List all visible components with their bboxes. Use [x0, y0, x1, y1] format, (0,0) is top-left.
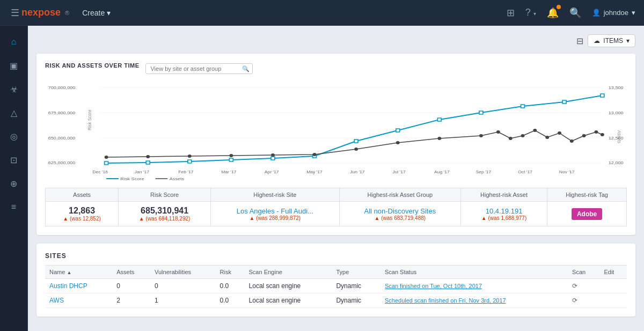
- col-site: Highest-risk Site: [211, 188, 340, 202]
- svg-point-44: [595, 130, 598, 134]
- svg-text:13,500: 13,500: [609, 85, 624, 90]
- svg-text:Assets: Assets: [170, 176, 184, 181]
- chart-title: RISK AND ASSETS OVER TIME: [45, 62, 139, 69]
- sidebar-item-users[interactable]: ◎: [4, 127, 24, 146]
- view-by-input[interactable]: [145, 63, 253, 74]
- svg-rect-23: [521, 105, 525, 108]
- help-chevron: ▾: [533, 11, 536, 17]
- chart-header: RISK AND ASSETS OVER TIME 🔍: [45, 62, 627, 75]
- create-menu[interactable]: Create ▾: [82, 9, 111, 17]
- svg-text:Assets: Assets: [617, 130, 623, 143]
- svg-point-34: [437, 137, 441, 140]
- filter-bar: ⊟ ☁ ITEMS ▾: [36, 34, 635, 47]
- stats-assets-cell: 12,863 (was 12,852): [46, 202, 119, 226]
- chart-svg: 700,000,000 675,000,000 650,000,000 625,…: [45, 79, 627, 181]
- stats-group-cell: All non-Discovery Sites (was 683,719,488…: [339, 202, 460, 226]
- menu-button[interactable]: ☰: [9, 5, 21, 21]
- create-label: Create: [82, 9, 105, 17]
- svg-rect-16: [229, 158, 233, 161]
- items-icon: ☁: [594, 37, 600, 45]
- svg-point-42: [570, 139, 574, 143]
- topnav-right: ⊞ ? ▾ 🔔 🔍 👤 johndoe ▾: [507, 7, 635, 19]
- svg-rect-20: [396, 129, 400, 132]
- sites-col-status: Scan Status: [380, 266, 568, 279]
- sites-col-type: Type: [332, 266, 380, 279]
- site-engine-cell: Local scan engine: [245, 293, 332, 308]
- sites-col-scan: Scan: [568, 266, 599, 279]
- risk-value: 685,310,941: [125, 206, 204, 216]
- site-status-cell: Scheduled scan finished on Fri, Nov 3rd,…: [380, 293, 568, 308]
- svg-point-35: [479, 134, 483, 137]
- highest-risk-asset-link[interactable]: 10.4.19.191: [486, 207, 523, 215]
- scan-icon[interactable]: ⟳: [572, 282, 577, 290]
- notification-icon[interactable]: 🔔: [547, 7, 559, 19]
- sort-icon: ▲: [67, 270, 71, 275]
- site-type-cell: Dynamic: [332, 293, 380, 308]
- svg-text:Dec '16: Dec '16: [92, 170, 108, 174]
- items-button[interactable]: ☁ ITEMS ▾: [588, 34, 635, 47]
- site-name-link[interactable]: Austin DHCP: [49, 282, 87, 290]
- main-area: ⊟ ☁ ITEMS ▾ RISK AND ASSETS OVER TIME 🔍 …: [28, 26, 644, 331]
- sidebar-item-list[interactable]: ≡: [4, 197, 24, 217]
- site-name-cell: Austin DHCP: [45, 279, 112, 293]
- highest-risk-site-link[interactable]: Los Angeles - Full Audi...: [237, 207, 313, 215]
- sidebar-item-network[interactable]: △: [4, 103, 24, 122]
- svg-text:Oct '17: Oct '17: [518, 170, 532, 174]
- sidebar-item-tags[interactable]: ⊕: [4, 174, 24, 193]
- highest-risk-group-link[interactable]: All non-Discovery Sites: [364, 207, 436, 215]
- chart-card: RISK AND ASSETS OVER TIME 🔍 700,000,000 …: [36, 54, 635, 235]
- svg-point-31: [313, 153, 317, 156]
- scan-status-link[interactable]: Scan finished on Tue, Oct 10th, 2017: [385, 283, 482, 289]
- site-risk-cell: 0.0: [216, 279, 245, 293]
- help-icon[interactable]: ? ▾: [525, 7, 536, 18]
- svg-text:Feb '17: Feb '17: [178, 170, 194, 174]
- scan-status-link[interactable]: Scheduled scan finished on Fri, Nov 3rd,…: [385, 297, 506, 304]
- svg-point-27: [146, 155, 150, 158]
- sidebar-item-reports[interactable]: ⊡: [4, 150, 24, 170]
- svg-text:Jul '17: Jul '17: [392, 170, 406, 174]
- group-change: (was 683,719,488): [346, 215, 454, 221]
- stats-site-cell: Los Angeles - Full Audi... (was 288,999,…: [211, 202, 340, 226]
- svg-point-39: [533, 129, 537, 132]
- grid-icon[interactable]: ⊞: [507, 7, 515, 19]
- topnav: ☰ nexpose ® Create ▾ ⊞ ? ▾ 🔔 🔍 👤 johndoe…: [0, 0, 644, 26]
- svg-point-33: [396, 141, 400, 144]
- stats-table: Assets Risk Score Highest-risk Site High…: [45, 188, 627, 226]
- sidebar: ⌂ ▣ ☣ △ ◎ ⊡ ⊕ ≡: [0, 0, 28, 331]
- svg-rect-13: [105, 161, 108, 165]
- sidebar-item-home[interactable]: ⌂: [4, 32, 24, 52]
- svg-rect-14: [146, 161, 150, 164]
- site-type-cell: Dynamic: [332, 279, 380, 293]
- site-assets-cell: 0: [112, 279, 150, 293]
- user-name: johndoe: [604, 9, 628, 17]
- site-scan-cell: ⟳: [568, 279, 599, 293]
- sites-col-vuln: Vulnerabilities: [150, 266, 215, 279]
- user-menu[interactable]: 👤 johndoe ▾: [592, 9, 635, 17]
- svg-text:Apr '17: Apr '17: [265, 170, 279, 174]
- site-name-link[interactable]: AWS: [49, 297, 64, 304]
- svg-text:675,000,000: 675,000,000: [48, 111, 76, 115]
- scan-icon[interactable]: ⟳: [572, 297, 577, 304]
- user-avatar-icon: 👤: [592, 9, 601, 17]
- svg-text:625,000,000: 625,000,000: [48, 160, 76, 165]
- svg-text:Risk Score: Risk Score: [120, 176, 144, 181]
- sidebar-item-monitor[interactable]: ▣: [4, 56, 24, 75]
- chart-area: 700,000,000 675,000,000 650,000,000 625,…: [45, 79, 627, 181]
- svg-text:Mar '17: Mar '17: [221, 170, 237, 174]
- assets-value: 12,863: [52, 206, 112, 216]
- search-icon[interactable]: 🔍: [569, 7, 581, 19]
- svg-text:Jun '17: Jun '17: [350, 170, 365, 174]
- filter-icon[interactable]: ⊟: [576, 36, 583, 46]
- table-row: Austin DHCP 0 0 0.0 Local scan engine Dy…: [45, 279, 627, 293]
- site-engine-cell: Local scan engine: [245, 279, 332, 293]
- svg-text:Risk Score: Risk Score: [86, 109, 92, 130]
- assets-change: (was 12,852): [52, 216, 112, 222]
- svg-point-28: [188, 155, 192, 158]
- svg-rect-22: [479, 111, 483, 114]
- risk-change: (was 684,118,292): [125, 216, 204, 222]
- col-tag: Highest-risk Tag: [547, 188, 627, 202]
- view-search-icon: 🔍: [242, 65, 250, 72]
- svg-text:700,000,000: 700,000,000: [48, 85, 76, 90]
- sidebar-item-vulnerabilities[interactable]: ☣: [4, 79, 24, 99]
- items-chevron-icon: ▾: [626, 37, 630, 45]
